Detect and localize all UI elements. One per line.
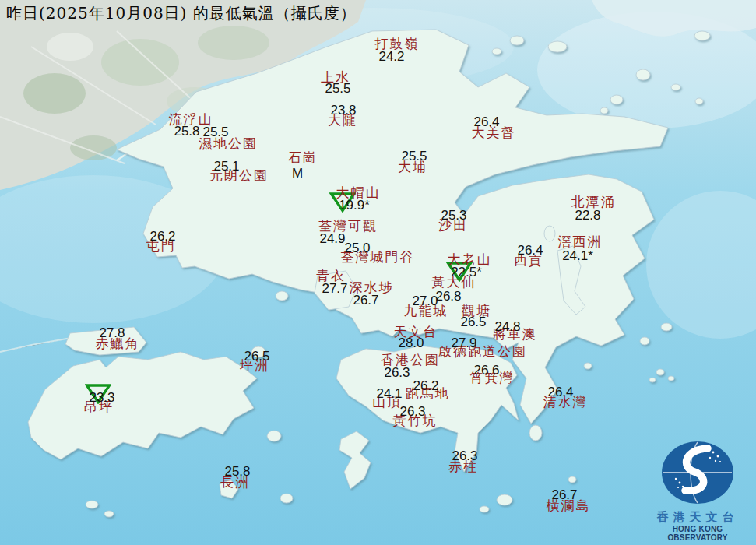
station-value: 22.8: [575, 209, 600, 222]
station-value: M: [292, 167, 303, 180]
station-value: 23.3: [89, 391, 114, 404]
station-value: 27.7: [322, 282, 347, 295]
station-value: 26.6: [473, 364, 499, 377]
station-value: 24.1: [376, 387, 402, 400]
station-value: 26.3: [384, 366, 410, 379]
hong-kong-map: [0, 0, 756, 545]
station-value: 24.9: [319, 232, 345, 245]
station-value: 26.7: [353, 294, 378, 307]
station-value: 26.8: [435, 290, 461, 303]
station-value: 28.0: [398, 336, 424, 350]
station-value: 27.0: [412, 294, 438, 308]
station-value: 26.5: [244, 350, 269, 363]
station-value: 26.5: [460, 315, 486, 329]
station-name: 滘西洲: [558, 235, 603, 248]
station-value: 25.5: [401, 149, 427, 163]
station-value: 24.1*: [562, 249, 593, 262]
station-value: 24.8: [494, 320, 520, 333]
hko-logo-text-chinese: 香港天文台: [644, 510, 751, 525]
station-name: 石崗: [288, 151, 318, 164]
station-value: 24.2: [378, 50, 404, 63]
station-value: 19.9*: [339, 199, 370, 212]
station-value: 25.8: [174, 125, 199, 138]
min-temperature-map-screen: 昨日(2025年10月08日) 的最低氣溫（攝氏度） 打鼓嶺24.2上水25.5…: [0, 0, 756, 545]
station-value: 25.5: [202, 125, 228, 139]
station-value: 25.1: [213, 160, 239, 173]
map-title: 昨日(2025年10月08日) 的最低氣溫（攝氏度）: [6, 3, 357, 24]
station-value: 26.2: [413, 379, 438, 392]
station-name: 北潭涌: [571, 195, 616, 209]
station-name: 黃大仙: [432, 276, 476, 289]
station-value: 25.8: [224, 465, 250, 478]
station-value: 23.8: [330, 104, 356, 117]
station-value: 27.9: [451, 336, 476, 350]
station-value: 25.0: [344, 241, 370, 255]
station-value: 25.5: [325, 82, 350, 95]
station-value: 26.4: [473, 115, 499, 128]
station-value: 25.3: [441, 209, 466, 222]
station-value: 27.8: [99, 326, 125, 339]
station-value: 26.3: [399, 405, 425, 418]
station-value: 26.3: [452, 449, 477, 462]
hko-logo-icon: [659, 440, 737, 505]
station-value: 26.4: [547, 385, 573, 399]
station-value: 26.2: [149, 230, 175, 243]
station-value: 26.7: [551, 488, 577, 501]
hko-logo-text-english: HONG KONG OBSERVATORY: [644, 525, 751, 542]
station-value: 26.4: [517, 244, 543, 257]
hko-logo: 香港天文台 HONG KONG OBSERVATORY: [644, 440, 751, 542]
